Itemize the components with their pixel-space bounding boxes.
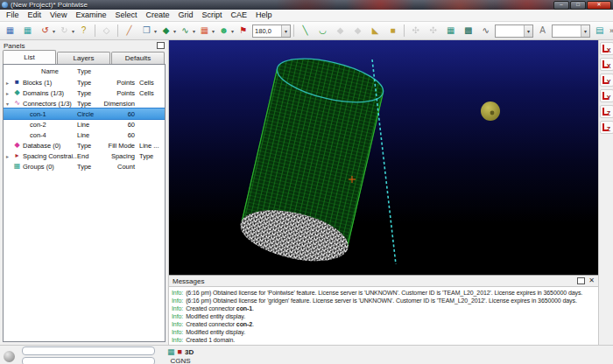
view-plus-z-button[interactable]: Z (600, 105, 613, 118)
axis-bracket-icon (602, 60, 609, 68)
save-button[interactable]: ▦ (2, 23, 18, 38)
unstructured-grid-button[interactable]: ▩ (460, 23, 476, 38)
tree-row[interactable]: con-1Circle60 (4, 108, 165, 119)
connectors-icon: ∿ (11, 100, 23, 107)
open-icon: ▦ (24, 26, 32, 35)
menu-cae[interactable]: CAE (226, 10, 251, 21)
menu-examine[interactable]: Examine (71, 10, 110, 21)
menu-edit[interactable]: Edit (24, 10, 46, 21)
menu-grid[interactable]: Grid (173, 10, 197, 21)
axis-bracket-icon (602, 76, 609, 84)
chevron-down-icon[interactable]: ▾ (72, 28, 74, 34)
tree-item-type: Type (77, 163, 102, 171)
maximize-button[interactable]: □ (570, 1, 586, 10)
tab-layers[interactable]: Layers (57, 52, 110, 64)
tree-item-type: Type (77, 100, 102, 108)
app-logo-icon (2, 2, 8, 8)
message-line: Info:Modified entity display. (172, 312, 598, 320)
title-bar[interactable]: (New Project)* Pointwise – □ ✕ (0, 0, 613, 10)
transform-button[interactable]: ❒ (138, 23, 155, 38)
menu-script[interactable]: Script (197, 10, 226, 21)
two-point-curve-button[interactable]: ╲ (297, 23, 314, 38)
help-button[interactable]: ? (75, 23, 92, 38)
panels-title: Panels (4, 42, 25, 50)
chevron-down-icon[interactable]: ▾ (281, 25, 290, 37)
view-minus-x-button[interactable]: X (600, 58, 613, 71)
toolbar-overflow-icon[interactable]: » (609, 26, 613, 35)
tree-header-name: Name (23, 67, 77, 75)
open-button[interactable]: ▦ (19, 23, 36, 38)
messages-log[interactable]: Info:(6:16 pm) Obtained license for 'Poi… (169, 287, 598, 346)
tab-defaults[interactable]: Defaults (111, 52, 165, 64)
layers-button[interactable]: ▤ (591, 23, 608, 38)
undo-button[interactable]: ↺ (37, 23, 53, 38)
chevron-down-icon[interactable]: ▾ (524, 25, 532, 37)
view-plus-x-button[interactable]: X (600, 42, 613, 55)
mask-button[interactable]: ☻ (215, 23, 232, 38)
draw-curve-button[interactable]: ∿ (177, 23, 194, 38)
menu-create[interactable]: Create (141, 10, 173, 21)
minimize-button[interactable]: – (553, 1, 569, 10)
chevron-down-icon[interactable]: ▾ (581, 25, 589, 37)
chevron-down-icon[interactable]: ▾ (212, 28, 215, 34)
chevron-down-icon[interactable]: ▾ (193, 28, 195, 34)
tree-item-name: con-4 (23, 131, 77, 139)
menu-file[interactable]: File (2, 10, 24, 21)
status-field-1[interactable] (22, 346, 155, 355)
palette-button[interactable]: ▦ (196, 23, 213, 38)
assemble-block-button[interactable]: ■ (384, 23, 401, 38)
tree-expander-icon[interactable]: ▸ (4, 90, 11, 96)
cae-solver-cell[interactable]: ▦ ■ 3D CGNS (167, 348, 194, 364)
messages-close-icon[interactable]: ✕ (588, 277, 595, 284)
message-line: Info:(6:16 pm) Obtained license for 'gri… (172, 297, 598, 304)
connector-dimension-button[interactable]: ∿ (477, 23, 494, 38)
menu-view[interactable]: View (46, 10, 71, 21)
messages-panel: Messages ✕ Info:(6:16 pm) Obtained licen… (169, 275, 598, 346)
tree-row[interactable]: con-4Line60 (4, 130, 165, 140)
view-minus-z-button[interactable]: Z (600, 121, 613, 134)
paint-button[interactable]: ╱ (121, 23, 137, 38)
tree-expander-icon[interactable]: ▸ (4, 80, 11, 86)
status-field-2[interactable] (22, 357, 155, 364)
view-plus-y-button[interactable]: Y (600, 74, 613, 87)
tree-expander-icon[interactable]: ▾ (4, 101, 11, 107)
tree-row[interactable]: con-2Line60 (4, 119, 165, 130)
messages-undock-icon[interactable] (577, 277, 585, 284)
spacing-combo[interactable]: ▾ (552, 24, 590, 38)
rotate-view-button[interactable]: ⚑ (235, 23, 251, 38)
extrude-button[interactable]: ◣ (367, 23, 384, 38)
rotate-view-icon: ⚑ (239, 26, 247, 35)
tree-row[interactable]: ▾∿Connectors (1/3)TypeDimension (4, 98, 165, 108)
tree-row[interactable]: ▸◆Domains (1/3)TypePointsCells (4, 88, 165, 98)
arc-curve-button[interactable]: ◡ (314, 23, 331, 38)
redo-button: ↻ (56, 23, 73, 38)
tree-expander-icon[interactable]: ▸ (4, 153, 11, 159)
tree-row[interactable]: ▦Groups (0)TypeCount (4, 161, 165, 172)
menu-select[interactable]: Select (110, 10, 141, 21)
3d-viewport[interactable] (169, 40, 598, 275)
toolbar-separator (117, 24, 118, 37)
chevron-down-icon[interactable]: ▾ (173, 28, 176, 34)
mask-icon: ☻ (219, 26, 229, 35)
rotation-angle-combo[interactable]: 180,0▾ (252, 24, 291, 38)
structured-grid-button[interactable]: ▦ (442, 23, 459, 38)
tree-row[interactable]: ▸▸Spacing Constrai...EndSpacingType (4, 150, 165, 161)
close-button[interactable]: ✕ (587, 1, 611, 10)
dimension-combo[interactable]: ▾ (495, 24, 533, 38)
trackball-icon (4, 351, 15, 362)
main-toolbar: ▦▦↺▾↻▾?◇╱❒▾◆▾∿▾▦▾☻▾⚑180,0▾╲◡◆◆◣■✣✣▦▩∿▾A▾… (0, 22, 613, 40)
annotate-button[interactable]: A (534, 23, 551, 38)
tab-list[interactable]: List (3, 50, 56, 64)
chevron-down-icon[interactable]: ▾ (231, 28, 234, 34)
chevron-down-icon[interactable]: ▾ (53, 28, 55, 34)
menu-help[interactable]: Help (251, 10, 277, 21)
message-line: Info:(6:16 pm) Obtained license for 'Poi… (172, 289, 598, 297)
tree-row[interactable]: ▸■Blocks (1)TypePointsCells (4, 77, 165, 88)
view-minus-y-button[interactable]: Y (600, 89, 613, 102)
tree-item-name: Blocks (1) (23, 79, 77, 87)
undock-icon[interactable] (157, 42, 165, 49)
tree-header-type: Type (77, 67, 102, 75)
tree-row[interactable]: ◆Database (0)TypeFill ModeLine ... (4, 140, 165, 150)
create-entity-button[interactable]: ◆ (158, 23, 174, 38)
chevron-down-icon[interactable]: ▾ (154, 28, 157, 34)
